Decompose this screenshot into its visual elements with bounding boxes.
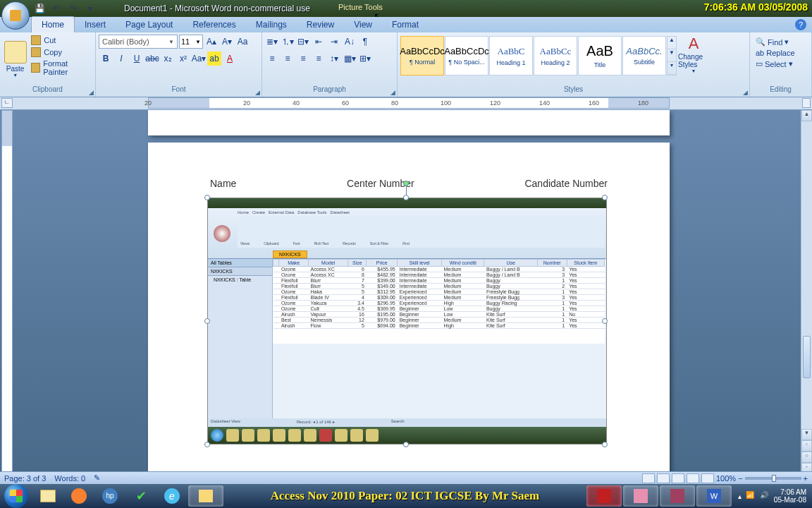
system-tray[interactable]: ▴ 📶 🔊 7:06 AM 05-Mar-08	[732, 488, 812, 504]
taskbar-media[interactable]	[64, 485, 94, 507]
prev-page-icon[interactable]: ◦	[801, 440, 812, 452]
resize-handle[interactable]	[204, 442, 210, 447]
numbering-button[interactable]: ⒈▾	[281, 35, 295, 49]
dialog-launcher-icon[interactable]: ◢	[743, 89, 748, 96]
highlight-button[interactable]: ab	[207, 52, 221, 66]
resize-handle[interactable]	[204, 195, 210, 200]
strike-button[interactable]: abc	[145, 52, 159, 66]
tray-chevron-icon[interactable]: ▴	[738, 492, 742, 500]
style-subtitle[interactable]: AaBbCc.Subtitle	[622, 36, 666, 75]
qat-more-icon[interactable]: ▾	[85, 3, 96, 14]
align-center-button[interactable]: ≡	[281, 52, 295, 66]
outdent-button[interactable]: ⇤	[312, 35, 326, 49]
style-heading1[interactable]: AaBbCHeading 1	[489, 36, 533, 75]
show-marks-button[interactable]: ¶	[358, 35, 372, 49]
format-painter-button[interactable]: Format Painter	[29, 59, 92, 77]
scroll-up-icon[interactable]: ▲	[801, 110, 812, 121]
print-layout-view[interactable]	[642, 473, 655, 483]
style-normal[interactable]: AaBbCcDc¶ Normal	[400, 36, 444, 75]
tab-view[interactable]: View	[344, 17, 382, 32]
help-icon[interactable]: ?	[795, 19, 806, 30]
dialog-launcher-icon[interactable]: ◢	[255, 89, 260, 96]
tab-page-layout[interactable]: Page Layout	[116, 17, 183, 32]
tray-volume-icon[interactable]: 🔊	[760, 491, 770, 501]
zoom-level[interactable]: 100%	[716, 474, 736, 483]
word-count[interactable]: Words: 0	[54, 474, 85, 483]
proofing-icon[interactable]: ✎	[94, 473, 100, 483]
subscript-button[interactable]: x₂	[161, 52, 175, 66]
tab-selector[interactable]: ∟	[1, 98, 13, 108]
taskbar-clock[interactable]: 7:06 AM 05-Mar-08	[774, 488, 806, 504]
tab-review[interactable]: Review	[297, 17, 344, 32]
underline-button[interactable]: U	[130, 52, 144, 66]
full-screen-view[interactable]	[657, 473, 670, 483]
tab-references[interactable]: References	[183, 17, 245, 32]
style-title[interactable]: AaBTitle	[578, 36, 622, 75]
sort-button[interactable]: A↓	[343, 35, 357, 49]
select-button[interactable]: ▭Select ▾	[756, 59, 795, 68]
dialog-launcher-icon[interactable]: ◢	[390, 89, 395, 96]
superscript-button[interactable]: x²	[176, 52, 190, 66]
browse-object-icon[interactable]: ○	[801, 452, 812, 463]
multilevel-button[interactable]: ⊟▾	[296, 35, 310, 49]
replace-button[interactable]: abReplace	[756, 49, 795, 57]
draft-view[interactable]	[701, 473, 714, 483]
clear-format-icon[interactable]: Aa	[235, 35, 250, 49]
inserted-screenshot[interactable]: Home Create External Data Database Tools…	[207, 198, 605, 445]
taskbar-app1[interactable]	[188, 485, 223, 507]
styles-gallery[interactable]: AaBbCcDc¶ Normal AaBbCcDc¶ No Spaci... A…	[400, 35, 677, 77]
web-layout-view[interactable]	[672, 473, 684, 483]
outline-view[interactable]	[687, 473, 699, 483]
justify-button[interactable]: ≡	[312, 52, 326, 66]
start-button[interactable]	[4, 484, 28, 508]
resize-handle[interactable]	[602, 195, 608, 200]
shrink-font-icon[interactable]: A▾	[220, 35, 234, 49]
bold-button[interactable]: B	[99, 52, 113, 66]
tab-home[interactable]: Home	[31, 16, 75, 32]
tab-format[interactable]: Format	[382, 17, 429, 32]
find-button[interactable]: 🔍Find ▾	[756, 37, 795, 47]
scroll-thumb[interactable]	[803, 336, 811, 378]
page-indicator[interactable]: Page: 3 of 3	[4, 474, 46, 483]
gallery-scroll[interactable]: ▲▼▾	[667, 36, 677, 75]
scroll-down-icon[interactable]: ▼	[801, 429, 812, 440]
shading-button[interactable]: ▦▾	[343, 52, 357, 66]
taskbar-paint[interactable]	[623, 485, 658, 507]
change-case-button[interactable]: Aa▾	[192, 52, 206, 66]
redo-icon[interactable]: ↷	[68, 3, 79, 14]
vertical-scrollbar[interactable]: ▲ ▼ ◦ ○ ◦	[801, 110, 812, 474]
taskbar-pdf[interactable]	[586, 485, 622, 507]
paste-button[interactable]: Paste ▼	[3, 35, 27, 83]
taskbar-access[interactable]	[660, 485, 695, 507]
vertical-ruler[interactable]	[1, 110, 13, 474]
change-styles-button[interactable]: A Change Styles▼	[678, 35, 709, 83]
taskbar-word[interactable]: W	[696, 485, 732, 507]
resize-handle[interactable]	[403, 195, 409, 200]
tab-insert[interactable]: Insert	[75, 17, 116, 32]
align-left-button[interactable]: ≡	[265, 52, 279, 66]
resize-handle[interactable]	[204, 318, 210, 324]
zoom-out-icon[interactable]: −	[738, 474, 742, 483]
save-icon[interactable]: 💾	[34, 3, 45, 14]
resize-handle[interactable]	[403, 442, 409, 447]
taskbar-explorer[interactable]	[33, 485, 63, 507]
bullets-button[interactable]: ≣▾	[265, 35, 279, 49]
copy-button[interactable]: Copy	[29, 47, 92, 58]
font-size-combo[interactable]: 11▼	[179, 35, 203, 49]
taskbar-check[interactable]: ✔	[126, 485, 156, 507]
undo-icon[interactable]: ↶	[51, 3, 62, 14]
cut-button[interactable]: Cut	[29, 35, 92, 46]
borders-button[interactable]: ⊞▾	[358, 52, 372, 66]
grow-font-icon[interactable]: A▴	[204, 35, 219, 49]
office-button[interactable]	[1, 1, 30, 30]
document-page[interactable]: Name Center Number Candidate Number Home…	[148, 143, 670, 474]
line-spacing-button[interactable]: ↕▾	[327, 52, 341, 66]
resize-handle[interactable]	[602, 318, 608, 324]
tray-network-icon[interactable]: 📶	[746, 491, 756, 501]
rotate-handle[interactable]	[403, 181, 409, 186]
dialog-launcher-icon[interactable]: ◢	[89, 89, 94, 96]
taskbar-ie[interactable]: e	[157, 485, 187, 507]
ruler-toggle[interactable]	[802, 98, 811, 108]
horizontal-ruler[interactable]: 2020406080100120140160180	[148, 97, 670, 109]
font-name-combo[interactable]: Calibri (Body)▼	[99, 35, 178, 49]
